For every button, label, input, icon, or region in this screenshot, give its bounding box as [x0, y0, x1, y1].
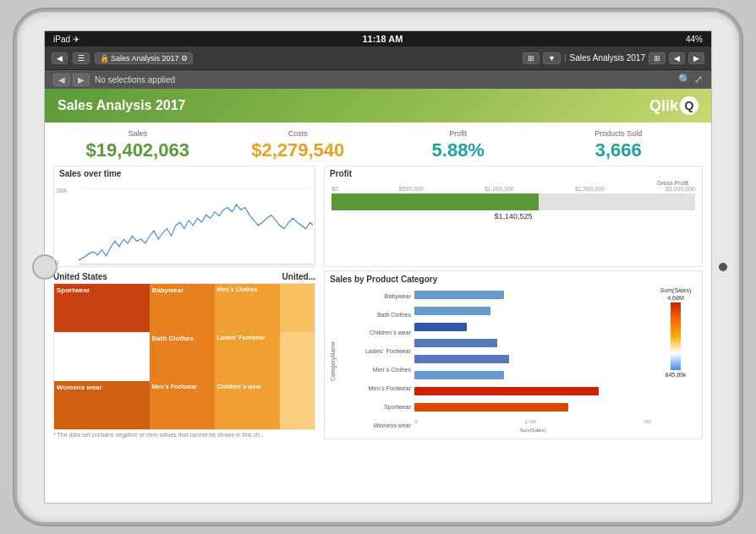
- next-icon: ▶: [693, 54, 699, 63]
- view-title-text: Sales Analysis 2017: [569, 53, 645, 63]
- profit-chart[interactable]: Profit Gross Profit $0 $500,000 $1,000,0…: [324, 166, 703, 267]
- next-slide-button[interactable]: ▶: [688, 52, 704, 64]
- breadcrumb-forward-button[interactable]: ▶: [73, 74, 90, 86]
- status-left: iPad ✈: [53, 35, 79, 44]
- breadcrumb-text: No selections applied: [95, 75, 673, 84]
- treemap-cell-mens-clothes[interactable]: Men´s Clothes: [215, 284, 280, 332]
- back-button[interactable]: ◀: [52, 52, 68, 64]
- qlik-q-icon: Q: [680, 96, 698, 115]
- app-switcher-button[interactable]: ⊞: [523, 52, 540, 64]
- kpi-sales: Sales $19,402,063: [58, 129, 218, 161]
- svg-text:280k: 280k: [56, 188, 68, 194]
- kpi-sales-label: Sales: [58, 129, 218, 138]
- profit-axis-1-5m: $1,500,009: [575, 186, 605, 192]
- bar-row-ladies-footwear: [414, 337, 651, 349]
- bar-row-mens-footwear: [414, 369, 651, 381]
- svg-text:0: 0: [56, 259, 59, 265]
- bar-chart-area[interactable]: Sales by Product Category CategoryName B…: [324, 270, 703, 439]
- qlik-text: Qlik: [649, 97, 678, 115]
- treemap-container[interactable]: Sportwear Babywear Men´s Clothes Bath Cl…: [53, 283, 315, 430]
- kpi-costs-label: Costs: [218, 129, 379, 138]
- profit-chart-title: Profit: [325, 166, 702, 178]
- treemap-cell-col4: [280, 284, 315, 332]
- treemap-cell-mens-footwear[interactable]: Men´s Footwear: [150, 381, 215, 429]
- bar-row-womens-wear: [414, 401, 651, 413]
- toolbar: ◀ ☰ 🔒 Sales Analysis 2017 ⚙ ⊞ ▼ | Sales …: [45, 46, 711, 70]
- treemap-cell-sportwear[interactable]: Sportwear: [54, 284, 150, 332]
- treemap-footer-note: * The data set contains negative or zero…: [53, 430, 315, 439]
- treemap-cell-childrens-wear[interactable]: Children´s wear: [215, 381, 280, 429]
- treemap-cell-bath-clothes[interactable]: Bath Clothes: [150, 332, 215, 380]
- menu-button[interactable]: ☰: [73, 52, 90, 64]
- battery-label: 44%: [686, 35, 703, 44]
- legend-title: Sum(Sales): [660, 287, 692, 293]
- bar-row-babywear: [414, 289, 651, 301]
- bookmark-icon: ▼: [548, 54, 556, 63]
- bar-fill-bath-clothes: [414, 307, 490, 315]
- ipad-screen: iPad ✈ 11:18 AM 44% ◀ ☰ 🔒 Sales Analysis…: [44, 30, 712, 504]
- doc-title-label: Sales Analysis 2017: [111, 54, 179, 63]
- profit-axis: $0 $500,000 $1,000,000 $1,500,009 $2,000…: [331, 186, 695, 192]
- bar-row-childrens-wear: [414, 321, 651, 333]
- treemap-area: United States United... Sportwear Babywe…: [53, 270, 315, 439]
- charts-row1: Sales over time 280k 0 2015 2016 2017: [53, 166, 703, 267]
- bar-chart-bars: 0 2.5M 5M Sum(Sales): [414, 287, 651, 435]
- treemap-cell-babywear[interactable]: Babywear: [150, 284, 215, 332]
- breadcrumb-expand-icon[interactable]: ⤢: [694, 74, 703, 85]
- bar-label-mens-clothes: Men´s Clothes: [343, 367, 411, 373]
- kpi-profit: Profit 5.88%: [378, 129, 539, 161]
- profit-axis-1m: $1,000,000: [485, 186, 514, 192]
- breadcrumb-search-icon[interactable]: 🔍: [678, 74, 691, 85]
- ipad-device: iPad ✈ 11:18 AM 44% ◀ ☰ 🔒 Sales Analysis…: [14, 9, 742, 525]
- bar-row-mens-clothes: [414, 353, 651, 365]
- prev-slide-button[interactable]: ◀: [669, 52, 685, 64]
- kpi-row: Sales $19,402,063 Costs $2,279,540 Profi…: [45, 123, 711, 166]
- back-icon: ◀: [57, 54, 63, 63]
- breadcrumb-actions: 🔍 ⤢: [678, 74, 703, 85]
- treemap-cell-womens-wear[interactable]: Womens wear: [54, 381, 150, 429]
- bar-label-mens-footwear: Men´s Footwear: [343, 385, 411, 392]
- gross-profit-label: Gross Profit: [331, 180, 695, 186]
- treemap-cell-col4-r3: [280, 381, 315, 429]
- bar-chart-title: Sales by Product Category: [330, 275, 697, 284]
- bar-label-womens-wear: Womens wear: [343, 422, 411, 429]
- profit-axis-0: $0: [331, 186, 338, 192]
- treemap-row-3: Womens wear Men´s Footwear Children´s we…: [54, 381, 315, 429]
- bar-label-ladies-footwear: Ladies´ Footwear: [343, 348, 411, 355]
- sales-over-time-svg: 280k 0 2015 2016 2017: [54, 178, 315, 267]
- bar-x-axis: 0 2.5M 5M: [414, 419, 651, 424]
- kpi-products-sold-value: 3,666: [539, 139, 699, 161]
- prev-icon: ◀: [674, 54, 680, 63]
- bar-y-axis-label: CategoryName: [330, 287, 340, 435]
- bar-row-sportwear: [414, 385, 651, 397]
- x-axis-2-5m: 2.5M: [525, 419, 536, 424]
- legend-max: 4.68M: [667, 295, 683, 301]
- profit-bar-fill: [331, 193, 539, 210]
- legend-gradient: [671, 302, 681, 370]
- treemap-cell-ladies-footwear[interactable]: Ladies' Footwear: [215, 332, 280, 380]
- lock-doc-title[interactable]: 🔒 Sales Analysis 2017 ⚙: [95, 52, 193, 64]
- view-title: Sales Analysis 2017: [569, 53, 645, 63]
- grid-view-button[interactable]: ⊞: [649, 52, 666, 64]
- bar-label-sportwear: Sportwear: [343, 404, 411, 411]
- kpi-profit-label: Profit: [378, 129, 539, 138]
- bar-fill-womens-wear: [414, 403, 568, 411]
- breadcrumb-back-button[interactable]: ◀: [53, 74, 70, 86]
- bar-label-babywear: Babywear: [343, 293, 411, 300]
- kpi-costs: Costs $2,279,540: [218, 129, 379, 161]
- bar-chart-content: CategoryName Babywear Bath Clothes Child…: [330, 287, 697, 435]
- kpi-costs-value: $2,279,540: [218, 139, 379, 161]
- legend-min: 845,89k: [666, 372, 687, 378]
- side-dot: [719, 263, 727, 271]
- breadcrumb-bar: ◀ ▶ No selections applied 🔍 ⤢: [45, 70, 711, 89]
- kpi-sales-value: $19,402,063: [58, 139, 218, 161]
- bar-row-bath-clothes: [414, 305, 651, 317]
- x-axis-5m: 5M: [644, 419, 651, 424]
- toolbar-separator: |: [564, 53, 567, 63]
- treemap-cell-col4-r2: [280, 332, 315, 380]
- kpi-profit-value: 5.88%: [378, 139, 539, 161]
- bookmark-button[interactable]: ▼: [543, 52, 561, 64]
- sales-over-time-chart[interactable]: Sales over time 280k 0 2015 2016 2017: [53, 166, 315, 267]
- bar-label-bath-clothes: Bath Clothes: [343, 312, 411, 319]
- breadcrumb-nav: ◀ ▶: [53, 74, 90, 86]
